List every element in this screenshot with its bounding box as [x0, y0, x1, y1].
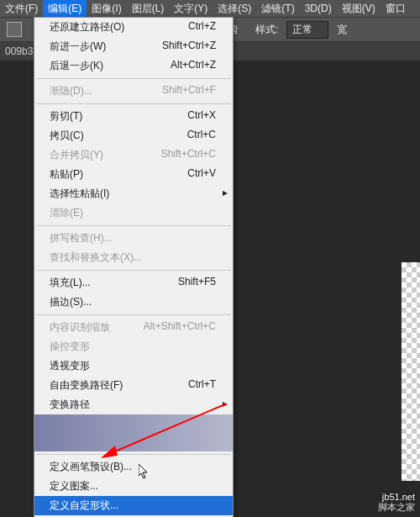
menu-item-shortcut: Shift+Ctrl+Z	[162, 40, 216, 54]
menu-item-label: 查找和替换文本(X)...	[50, 251, 142, 265]
menu-item-label: 选择性粘贴(I)	[50, 187, 109, 201]
menu-item: 查找和替换文本(X)...	[34, 248, 233, 267]
menu-separator	[36, 225, 231, 226]
menu-select[interactable]: 选择(S)	[213, 0, 256, 18]
menu-item-shortcut: Shift+Ctrl+C	[161, 148, 216, 162]
rectangle-tool-icon[interactable]	[7, 22, 22, 37]
menu-item: 内容识别缩放Alt+Shift+Ctrl+C	[34, 318, 233, 337]
menu-item[interactable]: 还原建立路径(O)Ctrl+Z	[34, 18, 233, 37]
menu-item-label: 渐隐(D)...	[50, 84, 92, 98]
menu-separator	[36, 270, 231, 271]
menu-view[interactable]: 视图(V)	[337, 0, 381, 18]
menu-item-label: 拼写检查(H)...	[50, 231, 113, 245]
menu-item[interactable]: 定义图案...	[34, 477, 233, 496]
menu-item-label: 定义自定形状...	[50, 499, 118, 513]
menu-item: 渐隐(D)...Shift+Ctrl+F	[34, 82, 233, 101]
style-label: 样式:	[255, 23, 278, 37]
menu-item-label: 透视变形	[50, 359, 90, 373]
edit-menu-dropdown: 还原建立路径(O)Ctrl+Z前进一步(W)Shift+Ctrl+Z后退一步(K…	[34, 17, 234, 517]
transparency-checker	[402, 262, 420, 481]
menu-separator	[36, 78, 231, 79]
menu-item-label: 变换路径	[50, 398, 90, 412]
menu-item-label: 拷贝(C)	[50, 129, 84, 143]
menu-item-shortcut: Ctrl+Z	[188, 20, 216, 34]
menu-item[interactable]: 变换路径	[34, 395, 233, 414]
style-select[interactable]: 正常	[286, 21, 328, 39]
menu-item: 拼写检查(H)...	[34, 229, 233, 248]
menu-item-shortcut: Ctrl+X	[187, 109, 216, 124]
menu-item-shortcut: Ctrl+C	[187, 129, 216, 143]
menubar: 文件(F) 编辑(E) 图像(I) 图层(L) 文字(Y) 选择(S) 滤镜(T…	[0, 0, 420, 17]
menu-item-label: 描边(S)...	[50, 295, 92, 309]
menu-item-label: 剪切(T)	[50, 109, 82, 124]
menu-item-shortcut: Ctrl+V	[187, 167, 216, 182]
menu-type[interactable]: 文字(Y)	[169, 0, 213, 18]
menu-separator	[36, 454, 231, 455]
menu-item[interactable]: 自由变换路径(F)Ctrl+T	[34, 376, 233, 395]
watermark-name: 脚本之家	[378, 501, 415, 514]
menu-separator	[36, 314, 231, 315]
menu-item[interactable]: 定义画笔预设(B)...	[34, 457, 233, 477]
menu-item-label: 前进一步(W)	[50, 40, 106, 54]
menu-item	[34, 414, 233, 433]
menu-item-label: 填充(L)...	[50, 276, 91, 290]
menu-item[interactable]: 前进一步(W)Shift+Ctrl+Z	[34, 37, 233, 56]
menu-item-label: 操控变形	[50, 340, 90, 354]
menu-item-label: 还原建立路径(O)	[50, 20, 124, 34]
menu-image[interactable]: 图像(I)	[87, 0, 126, 18]
menu-item-shortcut: Alt+Shift+Ctrl+C	[144, 320, 216, 335]
menu-item: 操控变形	[34, 337, 233, 356]
menu-item[interactable]: 选择性粘贴(I)	[34, 184, 233, 203]
menu-item-label: 定义画笔预设(B)...	[50, 460, 132, 474]
menu-item[interactable]: 后退一步(K)Alt+Ctrl+Z	[34, 56, 233, 76]
menu-item[interactable]: 粘贴(P)Ctrl+V	[34, 165, 233, 184]
menu-item-shortcut: Alt+Ctrl+Z	[171, 59, 216, 73]
menu-item-label: 后退一步(K)	[50, 59, 103, 73]
menu-item	[34, 433, 233, 451]
menu-separator	[36, 103, 231, 104]
width-label: 宽	[337, 23, 347, 37]
menu-item[interactable]: 透视变形	[34, 356, 233, 376]
menu-layer[interactable]: 图层(L)	[127, 0, 170, 18]
menu-item: 清除(E)	[34, 203, 233, 223]
mouse-cursor-icon	[139, 464, 149, 479]
menu-file[interactable]: 文件(F)	[0, 0, 43, 18]
menu-item[interactable]: 定义自定形状...	[34, 496, 233, 515]
menu-item-label: 内容识别缩放	[50, 320, 110, 335]
menu-window[interactable]: 窗口	[381, 0, 411, 18]
menu-item-label: 定义图案...	[50, 479, 98, 493]
menu-item-label: 合并拷贝(Y)	[50, 148, 103, 162]
menu-item[interactable]: 填充(L)...Shift+F5	[34, 273, 233, 293]
menu-item[interactable]: 剪切(T)Ctrl+X	[34, 107, 233, 126]
menu-filter[interactable]: 滤镜(T)	[256, 0, 299, 18]
menu-item: 合并拷贝(Y)Shift+Ctrl+C	[34, 145, 233, 165]
menu-item-label: 粘贴(P)	[50, 167, 83, 182]
menu-item[interactable]: 拷贝(C)Ctrl+C	[34, 126, 233, 145]
menu-item-shortcut: Shift+F5	[178, 276, 216, 290]
menu-item-shortcut: Ctrl+T	[188, 378, 216, 393]
menu-item-shortcut: Shift+Ctrl+F	[162, 84, 216, 98]
menu-3d[interactable]: 3D(D)	[300, 1, 337, 16]
menu-item[interactable]: 描边(S)...	[34, 293, 233, 312]
menu-edit[interactable]: 编辑(E)	[43, 0, 87, 18]
menu-item-label: 清除(E)	[50, 206, 83, 220]
menu-item-label: 自由变换路径(F)	[50, 378, 123, 393]
